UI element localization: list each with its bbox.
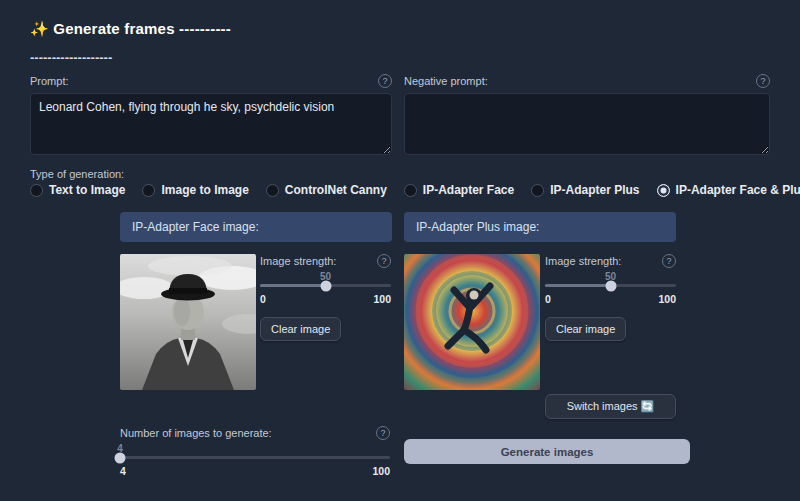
radio-circle-icon [266, 184, 279, 197]
radio-circle-icon [142, 184, 155, 197]
slider-track[interactable] [120, 456, 390, 459]
plus-panel-header: IP-Adapter Plus image: [404, 212, 676, 242]
portrait-photo-icon [120, 254, 256, 390]
help-icon[interactable]: ? [376, 426, 390, 440]
face-strength-slider[interactable]: 50 0 100 [260, 284, 391, 305]
slider-max-label: 100 [373, 293, 391, 305]
slider-max-label: 100 [658, 293, 676, 305]
generation-type-label: Type of generation: [30, 168, 124, 180]
num-images-controls: Number of images to generate: ? 4 4 100 [120, 426, 390, 477]
prompt-field: Prompt: ? Leonard Cohen, flying through … [30, 74, 392, 159]
negative-prompt-label: Negative prompt: [404, 75, 488, 87]
radio-label: ControlNet Canny [285, 183, 387, 197]
negative-prompt-input[interactable] [404, 93, 770, 155]
slider-handle[interactable] [115, 452, 126, 463]
radio-circle-icon [531, 184, 544, 197]
face-panel-header: IP-Adapter Face image: [120, 212, 392, 242]
generate-images-button[interactable]: Generate images [404, 439, 690, 464]
radio-circle-icon [657, 184, 670, 197]
image-strength-label: Image strength: [260, 255, 336, 267]
slider-track[interactable] [260, 284, 391, 287]
slider-handle[interactable] [605, 280, 616, 291]
slider-min-label: 4 [120, 465, 126, 477]
radio-label: IP-Adapter Face & Plus [676, 183, 800, 197]
num-images-label: Number of images to generate: [120, 427, 272, 439]
radio-text-to-image[interactable]: Text to Image [30, 183, 125, 197]
radio-label: IP-Adapter Plus [550, 183, 639, 197]
radio-ip-adapter-face[interactable]: IP-Adapter Face [404, 183, 514, 197]
radio-circle-icon [30, 184, 43, 197]
radio-ip-adapter-face-and-plus[interactable]: IP-Adapter Face & Plus [657, 183, 800, 197]
plus-strength-controls: Image strength: ? 50 0 100 Clear image [545, 254, 676, 341]
slider-max-label: 100 [372, 465, 390, 477]
face-strength-controls: Image strength: ? 50 0 100 Clear image [260, 254, 391, 341]
help-icon[interactable]: ? [378, 74, 392, 88]
page-subtitle: ------------------- [30, 50, 112, 65]
generation-type-radio-group: Text to Image Image to Image ControlNet … [30, 183, 775, 197]
slider-min-label: 0 [260, 293, 266, 305]
num-images-slider[interactable]: 4 4 100 [120, 456, 390, 477]
negative-prompt-field: Negative prompt: ? [404, 74, 770, 159]
psychedelic-photo-icon [404, 254, 540, 390]
help-icon[interactable]: ? [756, 74, 770, 88]
radio-ip-adapter-plus[interactable]: IP-Adapter Plus [531, 183, 639, 197]
clear-face-image-button[interactable]: Clear image [260, 317, 341, 341]
slider-handle[interactable] [320, 280, 331, 291]
plus-image[interactable] [404, 254, 540, 390]
prompt-label: Prompt: [30, 75, 69, 87]
switch-images-button[interactable]: Switch images 🔄 [545, 394, 676, 419]
radio-label: Image to Image [161, 183, 248, 197]
slider-track[interactable] [545, 284, 676, 287]
radio-circle-icon [404, 184, 417, 197]
slider-fill [260, 284, 326, 287]
radio-controlnet-canny[interactable]: ControlNet Canny [266, 183, 387, 197]
help-icon[interactable]: ? [377, 254, 391, 268]
image-strength-label: Image strength: [545, 255, 621, 267]
face-image[interactable] [120, 254, 256, 390]
slider-fill [545, 284, 611, 287]
generate-frames-app: ✨ Generate frames ---------- -----------… [0, 0, 800, 501]
plus-strength-slider[interactable]: 50 0 100 [545, 284, 676, 305]
page-title: ✨ Generate frames ---------- [30, 20, 231, 38]
prompt-input[interactable]: Leonard Cohen, flying through he sky, ps… [30, 93, 392, 155]
radio-label: IP-Adapter Face [423, 183, 514, 197]
slider-min-label: 0 [545, 293, 551, 305]
clear-plus-image-button[interactable]: Clear image [545, 317, 626, 341]
radio-image-to-image[interactable]: Image to Image [142, 183, 248, 197]
help-icon[interactable]: ? [662, 254, 676, 268]
radio-label: Text to Image [49, 183, 125, 197]
